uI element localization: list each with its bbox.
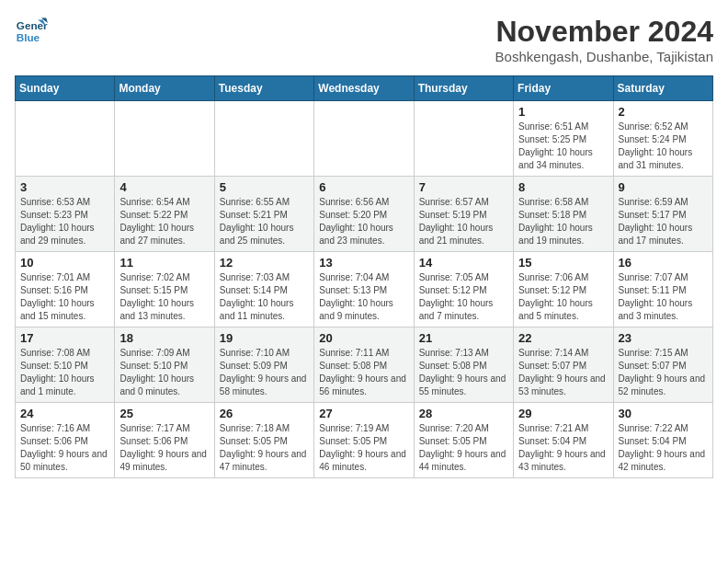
day-info: Sunrise: 7:21 AM Sunset: 5:04 PM Dayligh… [518, 422, 608, 474]
calendar-day-cell: 5Sunrise: 6:55 AM Sunset: 5:21 PM Daylig… [214, 177, 313, 252]
day-info: Sunrise: 7:11 AM Sunset: 5:08 PM Dayligh… [319, 347, 408, 398]
day-number: 29 [518, 407, 608, 420]
calendar-day-cell: 11Sunrise: 7:02 AM Sunset: 5:15 PM Dayli… [115, 252, 214, 327]
day-info: Sunrise: 6:58 AM Sunset: 5:18 PM Dayligh… [518, 196, 608, 247]
calendar-day-cell: 8Sunrise: 6:58 AM Sunset: 5:18 PM Daylig… [514, 177, 613, 252]
day-info: Sunrise: 7:15 AM Sunset: 5:07 PM Dayligh… [619, 347, 708, 398]
day-number: 5 [220, 180, 309, 194]
day-info: Sunrise: 6:53 AM Sunset: 5:23 PM Dayligh… [20, 196, 109, 247]
calendar-day-cell: 30Sunrise: 7:22 AM Sunset: 5:04 PM Dayli… [613, 403, 712, 478]
day-info: Sunrise: 6:57 AM Sunset: 5:19 PM Dayligh… [419, 196, 508, 247]
day-number: 27 [319, 407, 408, 420]
calendar-day-cell: 23Sunrise: 7:15 AM Sunset: 5:07 PM Dayli… [613, 327, 712, 403]
day-number: 22 [518, 331, 608, 345]
calendar-day-cell: 4Sunrise: 6:54 AM Sunset: 5:22 PM Daylig… [115, 177, 214, 252]
calendar-day-cell: 12Sunrise: 7:03 AM Sunset: 5:14 PM Dayli… [214, 252, 313, 327]
day-number: 17 [20, 331, 109, 345]
day-info: Sunrise: 7:17 AM Sunset: 5:06 PM Dayligh… [119, 422, 209, 474]
day-info: Sunrise: 6:51 AM Sunset: 5:25 PM Dayligh… [518, 121, 608, 172]
day-info: Sunrise: 7:22 AM Sunset: 5:04 PM Dayligh… [619, 422, 708, 474]
day-number: 2 [619, 105, 708, 119]
day-number: 18 [119, 331, 209, 345]
calendar-title: November 2024 [495, 15, 713, 49]
calendar-day-cell: 28Sunrise: 7:20 AM Sunset: 5:05 PM Dayli… [414, 403, 513, 478]
calendar-day-cell [314, 101, 414, 177]
day-number: 7 [419, 180, 508, 194]
logo: General Blue [15, 15, 48, 48]
calendar-day-cell: 14Sunrise: 7:05 AM Sunset: 5:12 PM Dayli… [414, 252, 513, 327]
calendar-table: SundayMondayTuesdayWednesdayThursdayFrid… [15, 75, 713, 478]
calendar-day-cell: 1Sunrise: 6:51 AM Sunset: 5:25 PM Daylig… [514, 101, 613, 177]
day-number: 19 [220, 331, 309, 345]
weekday-header-cell: Friday [514, 76, 613, 101]
day-info: Sunrise: 7:14 AM Sunset: 5:07 PM Dayligh… [518, 347, 608, 398]
weekday-header-row: SundayMondayTuesdayWednesdayThursdayFrid… [16, 76, 713, 101]
svg-text:Blue: Blue [17, 31, 40, 43]
day-number: 9 [619, 180, 708, 194]
day-info: Sunrise: 7:01 AM Sunset: 5:16 PM Dayligh… [20, 271, 109, 323]
calendar-day-cell: 16Sunrise: 7:07 AM Sunset: 5:11 PM Dayli… [613, 252, 712, 327]
calendar-day-cell: 6Sunrise: 6:56 AM Sunset: 5:20 PM Daylig… [314, 177, 414, 252]
day-number: 11 [119, 256, 209, 270]
calendar-day-cell [16, 101, 115, 177]
weekday-header-cell: Tuesday [214, 76, 313, 101]
day-number: 28 [419, 407, 508, 420]
calendar-day-cell: 15Sunrise: 7:06 AM Sunset: 5:12 PM Dayli… [514, 252, 613, 327]
calendar-body: 1Sunrise: 6:51 AM Sunset: 5:25 PM Daylig… [16, 101, 713, 478]
calendar-day-cell: 24Sunrise: 7:16 AM Sunset: 5:06 PM Dayli… [16, 403, 115, 478]
calendar-day-cell: 22Sunrise: 7:14 AM Sunset: 5:07 PM Dayli… [514, 327, 613, 403]
calendar-day-cell [214, 101, 313, 177]
day-number: 12 [220, 256, 309, 270]
day-number: 30 [619, 407, 708, 420]
calendar-day-cell: 20Sunrise: 7:11 AM Sunset: 5:08 PM Dayli… [314, 327, 414, 403]
calendar-week-row: 3Sunrise: 6:53 AM Sunset: 5:23 PM Daylig… [16, 177, 713, 252]
day-number: 16 [619, 256, 708, 270]
calendar-day-cell: 29Sunrise: 7:21 AM Sunset: 5:04 PM Dayli… [514, 403, 613, 478]
calendar-day-cell: 9Sunrise: 6:59 AM Sunset: 5:17 PM Daylig… [613, 177, 712, 252]
day-info: Sunrise: 7:04 AM Sunset: 5:13 PM Dayligh… [319, 271, 408, 323]
calendar-day-cell: 18Sunrise: 7:09 AM Sunset: 5:10 PM Dayli… [115, 327, 214, 403]
day-info: Sunrise: 7:03 AM Sunset: 5:14 PM Dayligh… [220, 271, 309, 323]
calendar-day-cell [414, 101, 513, 177]
calendar-day-cell: 7Sunrise: 6:57 AM Sunset: 5:19 PM Daylig… [414, 177, 513, 252]
day-number: 6 [319, 180, 408, 194]
day-number: 20 [319, 331, 408, 345]
day-number: 15 [518, 256, 608, 270]
title-area: November 2024 Boshkengash, Dushanbe, Taj… [495, 15, 713, 64]
day-info: Sunrise: 7:02 AM Sunset: 5:15 PM Dayligh… [119, 271, 209, 323]
day-info: Sunrise: 7:20 AM Sunset: 5:05 PM Dayligh… [419, 422, 508, 474]
day-number: 23 [619, 331, 708, 345]
day-info: Sunrise: 6:59 AM Sunset: 5:17 PM Dayligh… [619, 196, 708, 247]
calendar-day-cell: 25Sunrise: 7:17 AM Sunset: 5:06 PM Dayli… [115, 403, 214, 478]
calendar-day-cell: 10Sunrise: 7:01 AM Sunset: 5:16 PM Dayli… [16, 252, 115, 327]
day-number: 21 [419, 331, 508, 345]
day-number: 24 [20, 407, 109, 420]
calendar-week-row: 1Sunrise: 6:51 AM Sunset: 5:25 PM Daylig… [16, 101, 713, 177]
calendar-day-cell: 27Sunrise: 7:19 AM Sunset: 5:05 PM Dayli… [314, 403, 414, 478]
day-number: 8 [518, 180, 608, 194]
calendar-day-cell: 26Sunrise: 7:18 AM Sunset: 5:05 PM Dayli… [214, 403, 313, 478]
weekday-header-cell: Wednesday [314, 76, 414, 101]
calendar-day-cell: 3Sunrise: 6:53 AM Sunset: 5:23 PM Daylig… [16, 177, 115, 252]
calendar-week-row: 24Sunrise: 7:16 AM Sunset: 5:06 PM Dayli… [16, 403, 713, 478]
day-info: Sunrise: 7:09 AM Sunset: 5:10 PM Dayligh… [119, 347, 209, 398]
logo-icon: General Blue [15, 15, 48, 48]
day-info: Sunrise: 7:07 AM Sunset: 5:11 PM Dayligh… [619, 271, 708, 323]
calendar-day-cell: 19Sunrise: 7:10 AM Sunset: 5:09 PM Dayli… [214, 327, 313, 403]
weekday-header-cell: Saturday [613, 76, 712, 101]
weekday-header-cell: Thursday [414, 76, 513, 101]
day-info: Sunrise: 7:18 AM Sunset: 5:05 PM Dayligh… [220, 422, 309, 474]
day-info: Sunrise: 6:55 AM Sunset: 5:21 PM Dayligh… [220, 196, 309, 247]
calendar-day-cell: 21Sunrise: 7:13 AM Sunset: 5:08 PM Dayli… [414, 327, 513, 403]
day-number: 1 [518, 105, 608, 119]
day-info: Sunrise: 7:13 AM Sunset: 5:08 PM Dayligh… [419, 347, 508, 398]
day-number: 13 [319, 256, 408, 270]
day-info: Sunrise: 6:56 AM Sunset: 5:20 PM Dayligh… [319, 196, 408, 247]
day-info: Sunrise: 7:05 AM Sunset: 5:12 PM Dayligh… [419, 271, 508, 323]
day-info: Sunrise: 7:10 AM Sunset: 5:09 PM Dayligh… [220, 347, 309, 398]
calendar-week-row: 17Sunrise: 7:08 AM Sunset: 5:10 PM Dayli… [16, 327, 713, 403]
calendar-day-cell: 17Sunrise: 7:08 AM Sunset: 5:10 PM Dayli… [16, 327, 115, 403]
day-number: 14 [419, 256, 508, 270]
calendar-day-cell: 13Sunrise: 7:04 AM Sunset: 5:13 PM Dayli… [314, 252, 414, 327]
page-header: General Blue November 2024 Boshkengash, … [15, 15, 713, 64]
